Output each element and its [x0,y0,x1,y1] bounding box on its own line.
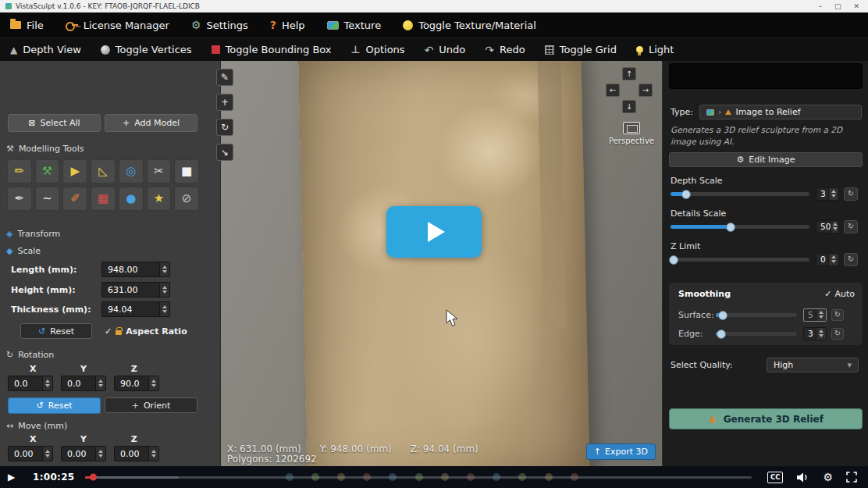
z-limit-input[interactable]: 0 [816,253,839,266]
move-x-input[interactable]: 0.00 [8,446,53,461]
details-scale-input[interactable]: 50 [816,220,839,233]
depth-scale-stepper[interactable] [828,188,838,200]
pan-down-button[interactable]: ↓ [622,100,636,113]
height-input[interactable]: 631.00 [101,282,170,297]
seek-markers [286,473,579,481]
viewport-3d[interactable]: ↑ ← → ↓ Perspective X: 631.00 (mm) Y: 94… [221,61,662,466]
menu-file[interactable]: File [10,20,44,31]
toolbar-depth-view[interactable]: ▲ Depth View [10,44,81,55]
move-y-stepper[interactable] [95,447,105,461]
surface-input[interactable]: 5 [803,308,827,322]
player-settings-icon[interactable]: ⚙ [823,472,833,483]
tool-pen[interactable]: ✒ [7,187,32,211]
select-all-button[interactable]: ⊠ Select All [8,114,101,132]
rotation-z-input[interactable]: 90.0 [114,376,159,391]
depth-scale-slider[interactable] [671,192,809,196]
height-stepper[interactable] [159,283,169,297]
edge-stepper[interactable] [816,328,826,340]
rotation-x-stepper[interactable] [42,376,52,390]
length-input[interactable]: 948.00 [101,262,170,277]
toolbar-redo[interactable]: ↷ Redo [485,44,525,55]
vp-tool-move[interactable]: + [216,94,233,111]
toolbar-toggle-bounding-box[interactable]: Toggle Bounding Box [212,44,332,55]
move-z-stepper[interactable] [148,447,158,461]
tool-pencil[interactable]: ✏ [7,159,32,183]
rotation-y-input[interactable]: 0.0 [61,376,106,391]
details-scale-slider[interactable] [671,225,809,229]
maximize-button[interactable]: □ [834,2,841,10]
vp-tool-rotate[interactable]: ↻ [216,119,233,136]
fullscreen-icon[interactable] [846,472,857,483]
thickness-input[interactable]: 94.04 [101,301,170,317]
close-button[interactable]: ✕ [853,2,859,10]
tool-sculpt[interactable]: ⚒ [35,159,60,183]
aspect-ratio-toggle[interactable]: ✓ Aspect Ratio [105,326,187,337]
edge-slider[interactable] [716,332,797,336]
scale-reset-button[interactable]: ↺ Reset [20,323,92,339]
tool-arrow[interactable]: ▶ [62,159,87,183]
type-select[interactable]: › Image to Relief [699,105,862,119]
vp-tool-scale[interactable]: ↘ [216,144,233,161]
edit-image-button[interactable]: ⚙ Edit Image [669,152,863,167]
tool-angle[interactable]: ◺ [91,159,116,183]
menu-help[interactable]: ? Help [270,20,305,31]
tool-scissors[interactable]: ✂ [147,159,172,183]
toolbar-toggle-grid[interactable]: Toggle Grid [545,44,617,55]
player-play-button[interactable]: ▶ [8,472,23,483]
tool-link[interactable]: ⊘ [174,187,199,211]
tool-star[interactable]: ★ [147,187,172,211]
captions-button[interactable]: CC [767,472,783,483]
tool-torus[interactable]: ◎ [119,159,144,183]
add-model-button[interactable]: + Add Model [105,114,197,132]
orient-button[interactable]: + Orient [105,397,197,413]
rotation-z-stepper[interactable] [148,376,158,390]
surface-slider[interactable] [716,313,797,317]
rotation-x-input[interactable]: 0.0 [8,376,53,391]
perspective-toggle[interactable]: Perspective [606,122,657,145]
volume-icon[interactable] [796,472,809,483]
seek-bar[interactable] [85,476,752,479]
export-3d-button[interactable]: ↑ Export 3D [586,443,656,460]
move-x-stepper[interactable] [42,447,52,461]
pan-right-button[interactable]: → [639,84,653,97]
depth-scale-input[interactable]: 3 [816,187,839,201]
details-scale-stepper[interactable] [831,221,838,233]
pan-up-button[interactable]: ↑ [622,67,636,80]
depth-scale-reset-button[interactable]: ↻ [844,187,858,201]
tool-pattern[interactable]: ▦ [91,187,116,211]
rotation-reset-button[interactable]: ↺ Reset [8,397,101,414]
reset-icon: ↺ [37,401,44,410]
toolbar-light[interactable]: Light [636,44,674,55]
move-z-input[interactable]: 0.00 [114,446,159,461]
toolbar-options[interactable]: ⊥ Options [351,44,405,55]
menu-toggle-texture-material[interactable]: Toggle Texture/Material [403,20,536,31]
length-stepper[interactable] [159,262,169,276]
surface-reset-button[interactable]: ↻ [831,309,844,321]
tool-eraser[interactable]: ✐ [62,187,87,211]
toolbar-toggle-vertices[interactable]: Toggle Vertices [101,44,192,55]
z-limit-slider[interactable] [671,258,809,262]
z-limit-reset-button[interactable]: ↻ [844,253,858,266]
move-y-input[interactable]: 0.00 [61,446,106,461]
generate-3d-relief-button[interactable]: ♟ Generate 3D Relief [669,408,863,429]
rotation-y-stepper[interactable] [95,376,105,390]
menu-texture[interactable]: Texture [327,20,382,31]
tool-square[interactable]: ■ [174,159,199,183]
z-limit-stepper[interactable] [828,254,838,265]
tool-wave[interactable]: ~ [35,187,60,211]
thickness-stepper[interactable] [159,302,169,316]
edge-input[interactable]: 3 [803,327,827,340]
menu-license-manager[interactable]: License Manager [66,20,169,31]
edge-reset-button[interactable]: ↻ [831,328,844,340]
menu-settings[interactable]: ⚙ Settings [191,20,248,31]
pan-left-button[interactable]: ← [606,84,620,97]
minimize-button[interactable]: – [818,2,822,10]
video-play-button[interactable] [386,206,482,258]
quality-select[interactable]: High ▾ [767,358,859,372]
auto-smoothing-checkbox[interactable]: ✓ Auto [824,289,855,299]
details-scale-reset-button[interactable]: ↻ [844,220,858,233]
surface-stepper[interactable] [816,309,826,321]
tool-droplet[interactable]: ● [119,187,144,211]
toolbar-undo[interactable]: ↶ Undo [425,44,466,55]
vp-tool-draw[interactable]: ✎ [216,69,233,86]
